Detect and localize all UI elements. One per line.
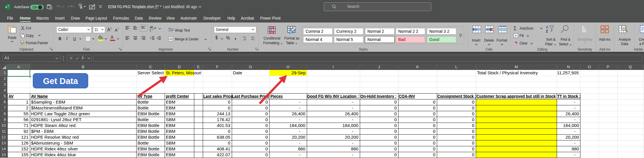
svg-text:Z: Z [546, 29, 548, 33]
svg-text:X: X [5, 5, 7, 8]
svg-text:c: c [168, 30, 170, 32]
svg-text:0: 0 [253, 38, 255, 41]
svg-text:.00: .00 [243, 38, 246, 41]
svg-text:A: A [546, 25, 548, 29]
